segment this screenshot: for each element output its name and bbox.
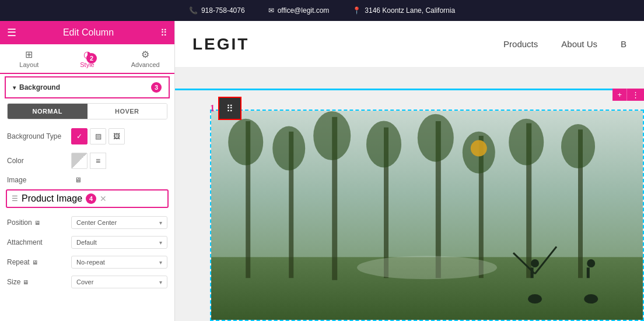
sidebar: ☰ Edit Column ⠿ ⊞ Layout ◑ Style ⚙ Advan…	[0, 21, 175, 321]
tab-layout[interactable]: ⊞ Layout	[0, 44, 58, 74]
chevron-down-icon: ▾	[13, 84, 16, 91]
sidebar-body: ▾ Background 3 NORMAL HOVER Background T…	[0, 74, 174, 321]
add-column-btn[interactable]: +	[612, 89, 626, 101]
size-label: Size 🖥	[7, 278, 71, 286]
step-2-badge: 2	[86, 53, 97, 64]
hamburger-icon[interactable]: ☰	[7, 26, 16, 39]
svg-point-14	[418, 114, 454, 162]
site-nav: Products About Us B	[503, 39, 626, 49]
forest-svg	[211, 111, 643, 320]
svg-point-18	[357, 256, 497, 279]
monitor-icon-repeat: 🖥	[32, 259, 38, 266]
svg-point-25	[587, 259, 595, 267]
hover-btn[interactable]: HOVER	[88, 104, 167, 119]
repeat-label: Repeat 🖥	[7, 258, 71, 266]
size-row: Size 🖥 Cover ▾	[0, 272, 174, 292]
chevron-size-icon: ▾	[159, 279, 162, 285]
step-4-badge: 4	[86, 193, 96, 204]
attachment-select[interactable]: Default ▾	[71, 236, 167, 249]
content-area: LEGIT Products About Us B + ⋮ 1 ⠿	[175, 21, 644, 321]
step-1-badge: 1	[210, 103, 215, 114]
nav-b[interactable]: B	[621, 39, 626, 49]
drag-handle-icon: ☰	[12, 195, 18, 203]
image-label-row: Image 🖥	[0, 173, 174, 187]
background-image-area	[210, 110, 644, 321]
svg-point-22	[531, 259, 539, 267]
svg-point-10	[228, 119, 263, 165]
grid-icon[interactable]: ⠿	[160, 27, 167, 38]
color-controls: ≡	[71, 153, 106, 169]
phone-icon: 📞	[189, 6, 198, 15]
color-list-btn[interactable]: ≡	[90, 153, 106, 169]
layout-icon: ⊞	[25, 49, 33, 60]
color-swatch[interactable]	[71, 153, 88, 169]
repeat-select[interactable]: No-repeat ▾	[71, 256, 167, 269]
background-section-header[interactable]: ▾ Background 3	[5, 76, 170, 98]
main-layout: ☰ Edit Column ⠿ ⊞ Layout ◑ Style ⚙ Advan…	[0, 21, 644, 321]
edit-indicator-line	[175, 89, 644, 90]
svg-point-19	[471, 140, 487, 157]
background-label: Background	[19, 83, 60, 91]
close-icon[interactable]: ✕	[100, 194, 107, 203]
pin-icon: 📍	[352, 6, 361, 15]
topbar-address: 📍 3146 Koontz Lane, California	[352, 6, 455, 15]
repeat-row: Repeat 🖥 No-repeat ▾	[0, 252, 174, 272]
position-select[interactable]: Center Center ▾	[71, 216, 167, 229]
monitor-icon-position: 🖥	[34, 220, 40, 226]
site-logo: LEGIT	[192, 35, 309, 54]
attachment-row: Attachment Default ▾	[0, 232, 174, 252]
attachment-label: Attachment	[7, 238, 71, 246]
tab-advanced[interactable]: ⚙ Advanced	[116, 44, 174, 74]
nav-products[interactable]: Products	[503, 39, 538, 49]
column-drag-handle[interactable]: ⠿	[218, 97, 242, 120]
email-icon: ✉	[268, 6, 274, 15]
svg-point-11	[272, 126, 305, 171]
chevron-attachment-icon: ▾	[159, 239, 162, 246]
svg-point-17	[561, 124, 595, 168]
step-3-badge: 3	[151, 82, 162, 93]
color-row: Color ≡	[0, 149, 174, 173]
sidebar-title: Edit Column	[63, 27, 114, 38]
monitor-icon-size: 🖥	[23, 279, 29, 285]
bg-type-controls: ✓ ▨ 🖼	[71, 128, 125, 144]
position-label: Position 🖥	[7, 218, 71, 227]
sidebar-header: ☰ Edit Column ⠿	[0, 21, 174, 44]
bg-type-solid-btn[interactable]: ✓	[71, 128, 88, 144]
svg-point-13	[366, 121, 401, 167]
normal-btn[interactable]: NORMAL	[8, 104, 88, 119]
size-select[interactable]: Cover ▾	[71, 276, 167, 288]
svg-point-20	[528, 294, 542, 304]
normal-hover-toggle: NORMAL HOVER	[7, 103, 167, 119]
monitor-icon-image: 🖥	[75, 176, 82, 184]
svg-point-12	[313, 111, 351, 160]
svg-rect-24	[587, 267, 590, 278]
color-label: Color	[7, 157, 71, 165]
website-header: LEGIT Products About Us B	[175, 21, 644, 68]
image-label: Image	[7, 176, 71, 184]
chevron-repeat-icon: ▾	[159, 259, 162, 266]
bg-type-label: Background Type	[7, 132, 71, 140]
bg-type-gradient-btn[interactable]: ▨	[90, 128, 106, 144]
more-column-btn[interactable]: ⋮	[626, 89, 644, 101]
svg-point-23	[584, 294, 598, 304]
product-image-label: Product Image	[22, 193, 82, 204]
topbar: 📞 918-758-4076 ✉ office@legit.com 📍 3146…	[0, 0, 644, 21]
product-image-container: ☰ Product Image 4 ✕ 点击x删除	[0, 189, 174, 208]
position-row: Position 🖥 Center Center ▾	[0, 213, 174, 232]
bg-type-image-btn[interactable]: 🖼	[108, 128, 125, 144]
column-handle-area: 1 ⠿	[210, 97, 242, 120]
forest-background	[211, 111, 643, 320]
topbar-phone: 📞 918-758-4076	[189, 6, 245, 15]
svg-point-16	[509, 119, 544, 165]
bg-type-row: Background Type ✓ ▨ 🖼	[0, 124, 174, 149]
chevron-position-icon: ▾	[159, 220, 162, 226]
advanced-icon: ⚙	[141, 49, 149, 60]
topbar-email: ✉ office@legit.com	[268, 6, 330, 15]
product-image-field[interactable]: ☰ Product Image 4 ✕	[6, 189, 169, 208]
nav-about-us[interactable]: About Us	[561, 39, 597, 49]
edit-column-btns: + ⋮	[612, 89, 644, 101]
